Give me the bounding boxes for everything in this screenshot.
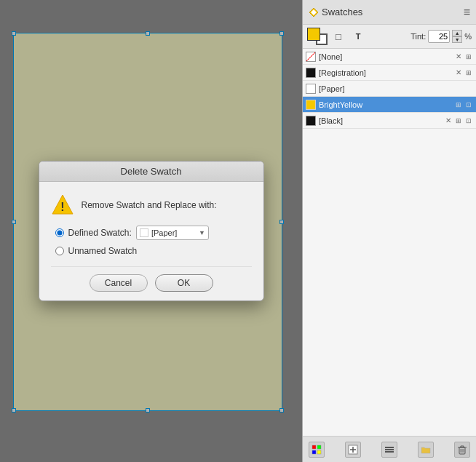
delete-swatch-footer-button[interactable]: [454, 442, 470, 458]
cmyk-icon-brightyellow: ⊡: [464, 100, 473, 109]
panel-toolbar: □ T Tint: ▲ ▼ %: [303, 25, 476, 49]
swatch-actions-none: ✕ ⊞: [454, 52, 473, 61]
swatch-name-black: [Black]: [319, 116, 441, 125]
new-folder-button[interactable]: [418, 442, 434, 458]
panel-title: Swatches: [322, 7, 362, 17]
tint-area: Tint: ▲ ▼ %: [410, 30, 472, 43]
dialog-titlebar: Delete Swatch: [39, 162, 263, 182]
dropdown-text: [Paper]: [151, 228, 196, 237]
svg-rect-6: [312, 450, 316, 454]
swatch-row-none[interactable]: [None] ✕ ⊞: [303, 49, 476, 65]
grid-icon-none: ⊞: [464, 52, 473, 61]
swatch-list: [None] ✕ ⊞ [Registration] ✕ ⊞ [Paper] B: [303, 49, 476, 436]
trash-icon: [457, 445, 467, 455]
swatch-actions-black: ✕ ⊞ ⊡: [444, 116, 473, 125]
panel-menu-button[interactable]: ≡: [464, 7, 470, 18]
grid-icon-brightyellow: ⊞: [454, 100, 463, 109]
dialog-overlay: Delete Swatch ! Remove Swatch and Replac…: [0, 0, 302, 462]
delete-icon-none: ✕: [454, 52, 463, 61]
grid-icon-registration: ⊞: [464, 68, 473, 77]
defined-swatch-option: Defined Swatch: [Paper] ▼: [51, 226, 252, 240]
tint-up-button[interactable]: ▲: [452, 30, 462, 36]
delete-swatch-dialog: Delete Swatch ! Remove Swatch and Replac…: [39, 161, 264, 301]
swatch-dropdown-container: [Paper] ▼: [136, 226, 209, 240]
swatch-actions-registration: ✕ ⊞: [454, 68, 473, 77]
swatch-options-icon: [384, 445, 394, 455]
new-color-group-button[interactable]: [309, 442, 325, 458]
ok-button[interactable]: OK: [155, 274, 213, 292]
swatch-color-black: [306, 116, 316, 126]
svg-rect-4: [312, 445, 316, 449]
swatch-color-none: [306, 52, 316, 62]
defined-swatch-label: Defined Swatch:: [68, 228, 132, 238]
swatch-row-registration[interactable]: [Registration] ✕ ⊞: [303, 65, 476, 81]
svg-rect-5: [317, 445, 321, 449]
swatch-color-registration: [306, 68, 316, 78]
folder-icon: [421, 445, 431, 455]
percent-sign: %: [464, 32, 472, 41]
svg-rect-12: [385, 449, 394, 450]
unnamed-swatch-option: Unnamed Swatch: [51, 246, 252, 256]
tint-input[interactable]: [428, 30, 450, 43]
cancel-button[interactable]: Cancel: [90, 274, 148, 292]
defined-swatch-radio[interactable]: [55, 228, 64, 237]
tint-stepper: ▲ ▼: [452, 30, 462, 43]
swatch-dropdown[interactable]: [Paper] ▼: [136, 226, 209, 240]
fill-stroke-area: [307, 28, 328, 45]
cmyk-icon-black: ⊡: [464, 116, 473, 125]
swatch-name-paper: [Paper]: [319, 84, 470, 93]
svg-rect-13: [385, 451, 394, 453]
svg-rect-7: [317, 450, 321, 454]
svg-text:!: !: [60, 201, 64, 213]
grid-icon-black: ⊞: [454, 116, 463, 125]
delete-icon-registration: ✕: [454, 68, 463, 77]
dialog-body: ! Remove Swatch and Replace with: Define…: [39, 182, 263, 300]
delete-icon-black: ✕: [444, 116, 453, 125]
swatch-row-paper[interactable]: [Paper]: [303, 81, 476, 97]
dialog-buttons: Cancel OK: [51, 266, 252, 292]
panel-footer: [303, 436, 476, 462]
svg-rect-11: [385, 447, 394, 448]
swatch-color-brightyellow: [306, 100, 316, 110]
fill-none-button[interactable]: □: [330, 28, 347, 44]
swatch-actions-brightyellow: ⊞ ⊡: [454, 100, 473, 109]
swatch-row-black[interactable]: [Black] ✕ ⊞ ⊡: [303, 113, 476, 129]
dialog-title: Delete Swatch: [121, 166, 182, 177]
tint-label: Tint:: [410, 32, 426, 41]
new-swatch-button[interactable]: [345, 442, 361, 458]
swatch-name-brightyellow: BrightYellow: [319, 100, 451, 109]
swatches-panel-icon: [309, 7, 319, 17]
swatch-options-button[interactable]: [381, 442, 397, 458]
swatch-color-paper: [306, 84, 316, 94]
swatch-name-registration: [Registration]: [319, 68, 451, 77]
panel-title-area: Swatches: [309, 7, 362, 17]
swatches-panel: Swatches ≡ □ T Tint: ▲ ▼ % [None: [302, 0, 476, 462]
dropdown-arrow-icon: ▼: [199, 229, 205, 236]
dialog-header-row: ! Remove Swatch and Replace with:: [51, 194, 252, 217]
new-swatch-icon: [348, 445, 358, 455]
panel-header: Swatches ≡: [303, 0, 476, 25]
new-color-group-icon: [312, 445, 322, 455]
swatch-name-none: [None]: [319, 52, 451, 61]
unnamed-swatch-label: Unnamed Swatch: [68, 246, 138, 256]
text-color-button[interactable]: T: [349, 28, 367, 44]
tint-down-button[interactable]: ▼: [452, 36, 462, 43]
warning-icon: !: [51, 194, 74, 217]
dropdown-swatch-color: [140, 228, 148, 237]
swatch-row-brightyellow[interactable]: BrightYellow ⊞ ⊡: [303, 97, 476, 113]
fill-swatch-small[interactable]: [307, 28, 320, 41]
dialog-header-text: Remove Swatch and Replace with:: [82, 200, 217, 210]
unnamed-swatch-radio[interactable]: [55, 247, 64, 255]
